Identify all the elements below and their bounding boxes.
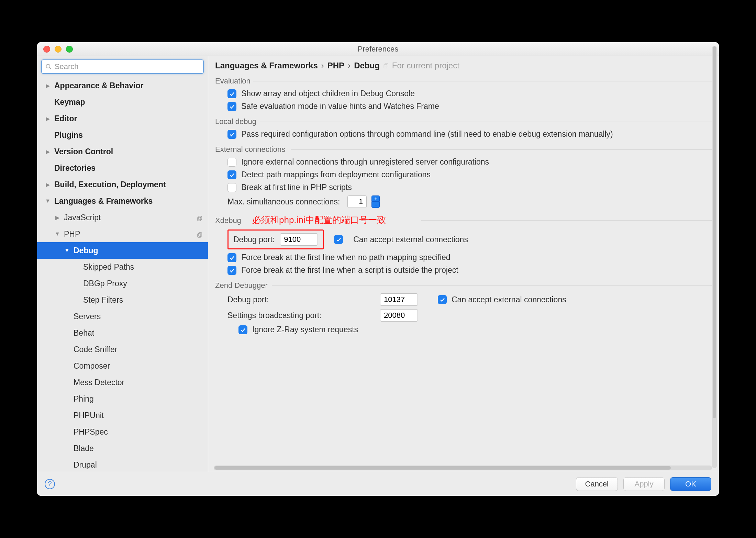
svg-line-1 — [49, 68, 51, 69]
chk-ext-detect-mappings[interactable] — [227, 170, 236, 179]
tree-item-languages-frameworks[interactable]: ▼Languages & Frameworks — [37, 193, 208, 209]
tree-item-phpspec[interactable]: PHPSpec — [37, 424, 208, 440]
chk-eval-safe-mode[interactable] — [227, 102, 236, 111]
chk-local-pass-config[interactable] — [227, 130, 236, 139]
input-xdebug-port[interactable] — [280, 233, 318, 246]
chevron-down-icon: ▼ — [64, 247, 70, 254]
input-max-sim[interactable] — [347, 195, 367, 208]
tree-item-label: PHP — [64, 229, 80, 239]
lbl-eval-safe-mode: Safe evaluation mode in value hints and … — [241, 102, 439, 111]
stepper-max-sim[interactable]: + − — [371, 195, 380, 208]
lbl-xdebug-fb1: Force break at the first line when no pa… — [241, 253, 451, 262]
crumb-a[interactable]: Languages & Frameworks — [215, 61, 318, 70]
tree-item-composer[interactable]: Composer — [37, 358, 208, 374]
svg-rect-5 — [198, 234, 201, 237]
scope-label: For current project — [392, 61, 459, 70]
tree-item-version-control[interactable]: ▶Version Control — [37, 143, 208, 160]
lbl-ext-detect-mappings: Detect path mappings from deployment con… — [241, 170, 431, 179]
lbl-xdebug-fb2: Force break at the first line when a scr… — [241, 266, 458, 275]
settings-tree[interactable]: ▶Appearance & BehaviorKeymap▶EditorPlugi… — [37, 77, 208, 472]
ok-button[interactable]: OK — [670, 477, 711, 491]
tree-item-plugins[interactable]: Plugins — [37, 127, 208, 143]
project-scope-icon — [383, 63, 389, 69]
chevron-down-icon: ▼ — [54, 231, 60, 237]
section-external: External connections — [215, 145, 711, 154]
chk-eval-show-children[interactable] — [227, 89, 236, 98]
tree-item-keymap[interactable]: Keymap — [37, 94, 208, 110]
stepper-up[interactable]: + — [371, 195, 380, 202]
chk-ext-ignore-unreg[interactable] — [227, 158, 236, 167]
tree-item-label: Editor — [54, 114, 77, 123]
tree-item-label: Code Sniffer — [74, 345, 117, 354]
tree-item-appearance-behavior[interactable]: ▶Appearance & Behavior — [37, 77, 208, 94]
chevron-down-icon: ▼ — [45, 198, 51, 204]
tree-item-label: Version Control — [54, 147, 113, 156]
tree-item-dbgp-proxy[interactable]: DBGp Proxy — [37, 275, 208, 292]
tree-item-label: Behat — [74, 328, 94, 338]
footer: ? Cancel Apply OK — [37, 472, 719, 496]
tree-item-editor[interactable]: ▶Editor — [37, 110, 208, 127]
section-zend: Zend Debugger — [215, 281, 711, 290]
tree-item-skipped-paths[interactable]: Skipped Paths — [37, 259, 208, 275]
window-title: Preferences — [37, 45, 719, 54]
chevron-right-icon: ▶ — [54, 214, 60, 221]
svg-point-0 — [46, 64, 50, 68]
input-zend-port[interactable] — [380, 293, 418, 306]
cancel-button[interactable]: Cancel — [576, 477, 618, 491]
apply-button[interactable]: Apply — [623, 477, 665, 491]
tree-item-php[interactable]: ▼PHP — [37, 226, 208, 242]
tree-item-directories[interactable]: Directories — [37, 160, 208, 176]
horizontal-scrollbar[interactable] — [214, 466, 712, 470]
tree-item-javascript[interactable]: ▶JavaScript — [37, 209, 208, 226]
search-field[interactable] — [41, 59, 204, 74]
lbl-zend-accept-ext: Can accept external connections — [452, 295, 566, 304]
tree-item-build-execution-deployment[interactable]: ▶Build, Execution, Deployment — [37, 176, 208, 193]
tree-item-label: Blade — [74, 444, 94, 453]
stepper-down[interactable]: − — [371, 202, 380, 208]
tree-item-drupal[interactable]: Drupal — [37, 457, 208, 472]
search-input[interactable] — [55, 62, 200, 71]
tree-item-phing[interactable]: Phing — [37, 391, 208, 407]
breadcrumb: Languages & Frameworks › PHP › Debug For… — [208, 56, 719, 72]
lbl-ext-break-first: Break at first line in PHP scripts — [241, 183, 352, 192]
tree-item-label: JavaScript — [64, 213, 101, 222]
vertical-scrollbar[interactable] — [712, 56, 717, 468]
titlebar: Preferences — [37, 42, 719, 56]
highlight-debug-port: Debug port: — [227, 229, 324, 249]
tree-item-label: Build, Execution, Deployment — [54, 180, 166, 189]
tree-item-label: Servers — [74, 312, 101, 321]
tree-item-label: DBGp Proxy — [83, 279, 127, 288]
chk-xdebug-accept-ext[interactable] — [334, 235, 343, 244]
crumb-c: Debug — [354, 61, 380, 70]
chevron-right-icon: ▶ — [45, 181, 51, 188]
chk-xdebug-fb2[interactable] — [227, 266, 236, 275]
tree-item-label: Languages & Frameworks — [54, 197, 153, 206]
tree-item-mess-detector[interactable]: Mess Detector — [37, 374, 208, 391]
lbl-xdebug-accept-ext: Can accept external connections — [353, 235, 468, 244]
chk-xdebug-fb1[interactable] — [227, 253, 236, 262]
svg-rect-3 — [198, 217, 201, 221]
chk-zend-accept-ext[interactable] — [438, 295, 447, 304]
lbl-ext-ignore-unreg: Ignore external connections through unre… — [241, 157, 489, 167]
copy-settings-icon[interactable] — [197, 214, 203, 221]
tree-item-code-sniffer[interactable]: Code Sniffer — [37, 341, 208, 358]
main-panel: Languages & Frameworks › PHP › Debug For… — [208, 56, 719, 472]
tree-item-servers[interactable]: Servers — [37, 308, 208, 325]
tree-item-step-filters[interactable]: Step Filters — [37, 292, 208, 308]
svg-rect-7 — [384, 64, 387, 68]
tree-item-label: Debug — [74, 246, 98, 255]
tree-item-debug[interactable]: ▼Debug — [37, 242, 208, 259]
chk-ext-break-first[interactable] — [227, 183, 236, 192]
tree-item-label: Keymap — [54, 98, 85, 107]
section-xdebug: Xdebug 必须和php.ini中配置的端口号一致 — [215, 214, 711, 226]
tree-item-phpunit[interactable]: PHPUnit — [37, 407, 208, 424]
chk-zend-ignore-zray[interactable] — [238, 325, 247, 334]
tree-item-behat[interactable]: Behat — [37, 325, 208, 341]
search-icon — [45, 63, 52, 70]
tree-item-blade[interactable]: Blade — [37, 440, 208, 457]
crumb-b[interactable]: PHP — [327, 61, 344, 70]
help-button[interactable]: ? — [45, 479, 55, 489]
tree-item-label: Plugins — [54, 131, 83, 140]
copy-settings-icon[interactable] — [197, 231, 203, 237]
input-zend-bcast[interactable] — [380, 309, 418, 322]
